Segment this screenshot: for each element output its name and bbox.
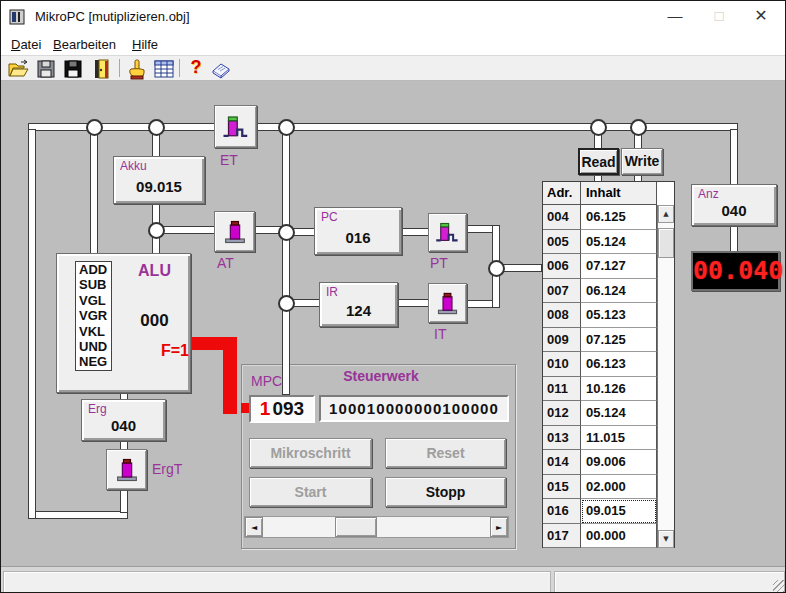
transistor-closed-icon (221, 218, 249, 246)
menu-hilfe[interactable]: Hilfe (128, 35, 162, 54)
table-row[interactable]: 00406.125 (543, 205, 657, 230)
at-transistor[interactable] (214, 211, 255, 252)
table-row[interactable]: 01700.000 (543, 524, 657, 549)
ir-register[interactable]: IR 124 (319, 282, 398, 327)
alu-op[interactable]: SUB (79, 277, 111, 292)
et-transistor[interactable] (214, 105, 257, 148)
inhalt-cell[interactable]: 07.127 (581, 254, 657, 279)
table-row[interactable]: 01502.000 (543, 475, 657, 500)
alu-label: ALU (117, 262, 192, 280)
inhalt-cell[interactable]: 07.125 (581, 328, 657, 353)
stopp-button[interactable]: Stopp (385, 477, 506, 507)
open-icon[interactable] (7, 57, 31, 81)
app-icon (9, 8, 27, 26)
status-panel-main (3, 571, 551, 593)
alu-op[interactable]: ADD (79, 262, 111, 277)
table-row[interactable]: 00607.127 (543, 254, 657, 279)
alu-op[interactable]: NEG (79, 354, 111, 369)
inhalt-cell[interactable]: 05.124 (581, 401, 657, 426)
start-button[interactable]: Start (249, 477, 372, 507)
statusbar (1, 566, 786, 593)
table-row[interactable]: 01110.126 (543, 377, 657, 402)
inhalt-cell[interactable]: 09.006 (581, 450, 657, 475)
akku-label: Akku (120, 159, 147, 173)
wire-center (282, 129, 290, 395)
save-icon[interactable] (34, 57, 58, 81)
save-as-icon[interactable] (61, 57, 85, 81)
memory-table-icon[interactable] (152, 57, 176, 81)
menu-datei[interactable]: Datei (7, 35, 45, 54)
it-transistor[interactable] (428, 283, 467, 323)
speed-scrollbar[interactable]: ◄ ► (244, 516, 509, 538)
toolbar-separator (179, 59, 180, 77)
pc-register[interactable]: PC 016 (314, 207, 402, 255)
adr-cell: 009 (543, 328, 581, 353)
scroll-up-icon[interactable]: ▲ (658, 205, 674, 223)
inhalt-cell[interactable]: 06.123 (581, 352, 657, 377)
wire-node (278, 119, 295, 136)
adr-cell: 004 (543, 205, 581, 230)
table-row[interactable]: 01409.006 (543, 450, 657, 475)
inhalt-cell[interactable]: 05.124 (581, 230, 657, 255)
table-row[interactable]: 00706.124 (543, 279, 657, 304)
exit-icon[interactable] (90, 57, 114, 81)
pt-transistor[interactable] (428, 213, 467, 252)
erg-register[interactable]: Erg 040 (81, 399, 166, 441)
help-icon[interactable]: ? (184, 57, 208, 81)
write-button[interactable]: Write (621, 148, 663, 175)
memory-table-body: 00406.12500505.12400607.12700706.1240080… (543, 205, 657, 548)
table-row[interactable]: 01609.015 (543, 499, 657, 524)
memory-scrollbar-thumb[interactable] (658, 228, 674, 258)
maximize-button[interactable]: □ (697, 1, 741, 31)
erg-label: Erg (88, 402, 107, 416)
toolbar-separator (119, 59, 120, 77)
wire-alu-left (90, 129, 98, 254)
table-row[interactable]: 00505.124 (543, 230, 657, 255)
inhalt-cell[interactable]: 09.015 (581, 499, 657, 524)
table-row[interactable]: 00805.123 (543, 303, 657, 328)
memory-scrollbar[interactable]: ▲ ▼ (657, 205, 674, 548)
scroll-left-icon[interactable]: ◄ (245, 517, 263, 537)
table-row[interactable]: 01205.124 (543, 401, 657, 426)
read-button[interactable]: Read (578, 148, 619, 175)
scrollbar-thumb[interactable] (335, 517, 377, 537)
at-label: AT (217, 255, 234, 271)
inhalt-cell[interactable]: 00.000 (581, 524, 657, 549)
ergt-transistor[interactable] (106, 449, 147, 490)
segment-display: 00.040 (691, 251, 780, 291)
alu-value: 000 (117, 311, 192, 331)
table-row[interactable]: 00907.125 (543, 328, 657, 353)
inhalt-cell[interactable]: 05.123 (581, 303, 657, 328)
reset-button[interactable]: Reset (385, 438, 506, 468)
alu-op[interactable]: UND (79, 339, 111, 354)
inhalt-cell[interactable]: 11.015 (581, 426, 657, 451)
menu-bearbeiten[interactable]: Bearbeiten (49, 35, 120, 54)
mpc-flag-digit: 1 (260, 398, 271, 419)
alu-op[interactable]: VGR (79, 308, 111, 323)
transistor-closed-icon (434, 290, 461, 317)
scroll-down-icon[interactable]: ▼ (658, 530, 674, 548)
inhalt-cell[interactable]: 06.125 (581, 205, 657, 230)
scroll-right-icon[interactable]: ► (490, 517, 508, 537)
simulator-canvas: Akku 09.015 PC 016 IR 124 Erg 040 Anz 04… (1, 81, 786, 566)
inhalt-cell[interactable]: 06.124 (581, 279, 657, 304)
resize-grip[interactable] (773, 580, 786, 593)
manual-icon[interactable] (209, 57, 233, 81)
alu-op[interactable]: VGL (79, 293, 111, 308)
inhalt-cell[interactable]: 02.000 (581, 475, 657, 500)
inhalt-cell[interactable]: 10.126 (581, 377, 657, 402)
table-row[interactable]: 01311.015 (543, 426, 657, 451)
mikroschritt-button[interactable]: Mikroschritt (249, 438, 372, 468)
minimize-button[interactable]: — (653, 1, 697, 31)
table-row[interactable]: 01006.123 (543, 352, 657, 377)
close-button[interactable]: ✕ (739, 1, 783, 31)
anz-register[interactable]: Anz 040 (691, 184, 777, 226)
step-icon[interactable] (125, 57, 149, 81)
adr-cell: 011 (543, 377, 581, 402)
alu-op[interactable]: VKL (79, 324, 111, 339)
memory-table: Adr. Inhalt 00406.12500505.12400607.1270… (542, 181, 675, 548)
alu-unit[interactable]: ADDSUBVGLVGRVKLUNDNEG ALU 000 F=1 (56, 253, 191, 393)
wire-pc-pt (398, 228, 432, 236)
wire-anz-display (730, 225, 738, 253)
akku-register[interactable]: Akku 09.015 (113, 156, 205, 204)
